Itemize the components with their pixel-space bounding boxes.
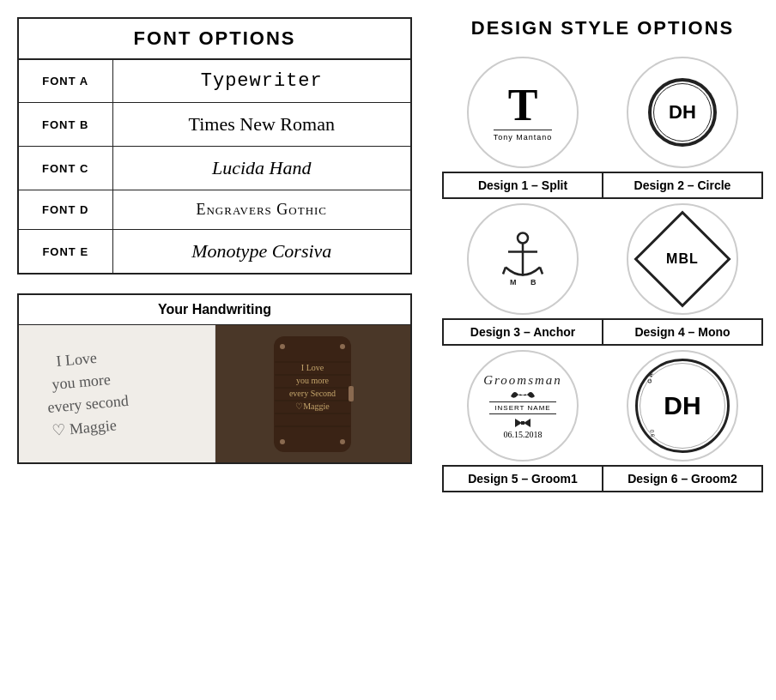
design-2-label: Design 2 – Circle (603, 172, 762, 198)
svg-line-25 (503, 268, 506, 275)
design-image-row-1: T Tony Mantano DH (443, 52, 762, 172)
svg-point-7 (280, 344, 285, 349)
design-3-circle: M B (467, 203, 579, 315)
handwriting-paper-image: I Love you more every second ♡ Maggie (19, 325, 215, 462)
design-4-label: Design 4 – Mono (603, 319, 762, 345)
design-cell-1: T Tony Mantano (443, 52, 603, 172)
handwriting-section: Your Handwriting I Love you more every s… (17, 293, 412, 464)
design-label-row-2: Design 3 – Anchor Design 4 – Mono (443, 319, 762, 345)
design-5-circle: Groomsman INSERT NAME 06.15.2018 (467, 350, 579, 462)
design-6-initials: DH (664, 393, 700, 419)
font-row-d: FONT D Engravers Gothic (18, 190, 411, 230)
font-sample-d: Engravers Gothic (112, 190, 411, 230)
handwriting-watch-svg: I Love you more every Second ♡Maggie (235, 328, 390, 461)
design-cell-3: M B (443, 198, 603, 319)
font-options-title: FONT OPTIONS (17, 17, 412, 60)
design-image-row-3: Groomsman INSERT NAME 06.15.2018 (443, 345, 762, 466)
svg-marker-30 (524, 419, 530, 427)
design-5-label: Design 5 – Groom1 (443, 466, 603, 492)
svg-marker-29 (515, 419, 522, 427)
design-2-inner-ring: DH (653, 83, 712, 142)
design-5-date: 06.15.2018 (504, 430, 543, 439)
svg-text:you more: you more (296, 376, 330, 385)
svg-point-8 (340, 344, 345, 349)
design-cell-4: MBL (603, 198, 762, 319)
bowtie-icon (514, 418, 531, 428)
design-label-row-1: Design 1 – Split Design 2 – Circle (443, 172, 762, 198)
svg-rect-21 (349, 386, 354, 401)
design-image-row-2: M B MBL (443, 198, 762, 319)
svg-point-9 (280, 439, 285, 444)
anchor-icon: M B (493, 229, 553, 289)
font-label-d: FONT D (18, 190, 112, 230)
design-cell-5: Groomsman INSERT NAME 06.15.2018 (443, 345, 603, 466)
design-cell-6: GROOMSMAN DH 06.30.19 (603, 345, 762, 466)
font-row-e: FONT E Monotype Corsiva (18, 230, 411, 275)
svg-text:GROOMSMAN: GROOMSMAN (646, 373, 691, 383)
svg-text:I Love: I Love (55, 348, 97, 369)
design-6-outer: GROOMSMAN DH 06.30.19 (635, 359, 730, 453)
svg-text:♡Maggie: ♡Maggie (295, 401, 330, 411)
font-sample-c: Lucida Hand (112, 147, 411, 190)
svg-text:every Second: every Second (289, 389, 336, 398)
font-label-e: FONT E (18, 230, 112, 275)
design-grid: T Tony Mantano DH Design 1 – Split Desig… (442, 52, 763, 492)
font-label-b: FONT B (18, 103, 112, 147)
design-1-label: Design 1 – Split (443, 172, 603, 198)
font-sample-b: Times New Roman (112, 103, 411, 147)
svg-rect-31 (521, 421, 524, 425)
design-4-initials: MBL (666, 251, 699, 267)
font-row-a: FONT A Typewriter (18, 60, 411, 103)
design-1-inner: T Tony Mantano (494, 83, 553, 142)
right-panel: DESIGN STYLE OPTIONS T Tony Mantano DH (429, 0, 776, 700)
font-row-c: FONT C Lucida Hand (18, 147, 411, 190)
design-4-circle: MBL (627, 203, 738, 315)
design-3-label: Design 3 – Anchor (443, 319, 603, 345)
design-2-initials: DH (669, 101, 696, 124)
design-6-circle: GROOMSMAN DH 06.30.19 (627, 350, 738, 462)
design-5-inner: Groomsman INSERT NAME 06.15.2018 (479, 369, 567, 444)
design-label-row-3: Design 5 – Groom1 Design 6 – Groom2 (443, 466, 762, 492)
design-6-label: Design 6 – Groom2 (603, 466, 762, 492)
design-cell-2: DH (603, 52, 762, 172)
font-sample-e: Monotype Corsiva (112, 230, 411, 275)
design-1-big-letter: T (508, 83, 538, 128)
svg-point-22 (518, 233, 528, 244)
svg-text:I Love: I Love (301, 363, 324, 372)
font-row-b: FONT B Times New Roman (18, 103, 411, 147)
font-label-a: FONT A (18, 60, 112, 103)
handwriting-paper-svg: I Love you more every second ♡ Maggie (39, 328, 194, 461)
handwriting-watch-image: I Love you more every Second ♡Maggie (215, 325, 411, 462)
svg-text:06.30.19: 06.30.19 (649, 430, 668, 440)
font-sample-a: Typewriter (112, 60, 411, 103)
font-label-c: FONT C (18, 147, 112, 190)
design-5-word: Groomsman (483, 373, 562, 388)
mustache-icon (509, 388, 537, 400)
svg-point-10 (340, 439, 345, 444)
design-1-circle: T Tony Mantano (467, 57, 579, 168)
handwriting-images: I Love you more every second ♡ Maggie (19, 325, 410, 462)
svg-text:B: B (530, 278, 537, 287)
design-5-insert: INSERT NAME (489, 401, 555, 414)
design-6-arc-bottom: 06.30.19 (644, 426, 721, 440)
design-1-name: Tony Mantano (494, 130, 553, 142)
design-6-arc-top: GROOMSMAN (644, 373, 721, 387)
svg-line-26 (540, 268, 543, 275)
left-panel: FONT OPTIONS FONT A Typewriter FONT B Ti… (0, 0, 429, 700)
design-style-title: DESIGN STYLE OPTIONS (442, 17, 763, 39)
font-table: FONT A Typewriter FONT B Times New Roman… (17, 60, 412, 275)
svg-text:M: M (510, 278, 517, 287)
design-4-diamond: MBL (634, 210, 731, 307)
handwriting-title: Your Handwriting (19, 295, 410, 325)
design-2-outer-ring: DH (648, 78, 717, 147)
design-3-inner: M B (493, 229, 553, 289)
design-2-circle: DH (627, 57, 738, 168)
